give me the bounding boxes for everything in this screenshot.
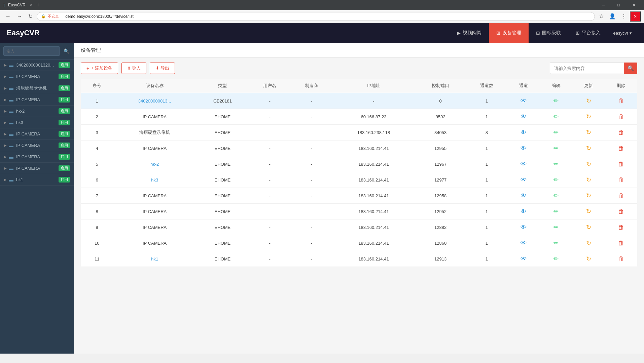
edit-button[interactable]: ✏ xyxy=(552,160,560,168)
sidebar-item-9[interactable]: ▶ ▬ IP CAMERA 启用 xyxy=(0,163,74,174)
channel-button[interactable]: 👁 xyxy=(519,144,528,153)
refresh-button[interactable]: ↻ xyxy=(585,207,593,216)
device-name-link[interactable]: hk1 xyxy=(151,256,158,261)
device-name-link[interactable]: hk-2 xyxy=(150,162,159,167)
row-user: - xyxy=(249,109,291,125)
row-channels: 1 xyxy=(466,156,508,172)
maximize-button[interactable]: □ xyxy=(611,0,626,10)
refresh-button[interactable]: ↻ xyxy=(585,144,593,153)
nav-platform-access[interactable]: ⊞ 平台接入 xyxy=(568,23,608,43)
back-button[interactable]: ← xyxy=(3,12,13,21)
sidebar-search-input[interactable] xyxy=(3,46,60,56)
edit-button[interactable]: ✏ xyxy=(552,175,560,184)
nav-gb-cascade[interactable]: ⊞ 国标级联 xyxy=(529,23,568,43)
edit-button[interactable]: ✏ xyxy=(552,223,560,232)
edit-button[interactable]: ✏ xyxy=(552,239,560,247)
delete-button[interactable]: 🗑 xyxy=(617,144,625,153)
row-delete-action: 🗑 xyxy=(605,93,638,109)
edit-button[interactable]: ✏ xyxy=(552,112,560,121)
sidebar-item-5[interactable]: ▶ ▬ hk3 启用 xyxy=(0,117,74,128)
channel-button[interactable]: 👁 xyxy=(519,207,528,216)
sidebar-item-10[interactable]: ▶ ▬ hk1 启用 xyxy=(0,174,74,186)
sidebar-search-button[interactable]: 🔍 xyxy=(62,46,71,56)
search-button[interactable]: 🔍 xyxy=(624,63,637,74)
sidebar-item-8[interactable]: ▶ ▬ IP CAMERA 启用 xyxy=(0,151,74,163)
bookmark-button[interactable]: ☆ xyxy=(597,11,606,22)
sidebar-item-2[interactable]: ▶ ▬ 海康硬盘录像机 启用 xyxy=(0,82,74,94)
row-delete-action: 🗑 xyxy=(605,156,638,172)
channel-button[interactable]: 👁 xyxy=(519,160,528,168)
refresh-button[interactable]: ↻ xyxy=(585,175,593,184)
row-manufacturer: - xyxy=(291,219,332,235)
delete-button[interactable]: 🗑 xyxy=(617,97,625,105)
channel-button[interactable]: 👁 xyxy=(519,192,528,200)
sidebar-item-0[interactable]: ▶ ▬ 34020000001320... 启用 xyxy=(0,59,74,71)
edit-button[interactable]: ✏ xyxy=(552,144,560,153)
channel-button[interactable]: 👁 xyxy=(519,239,528,247)
import-button[interactable]: ⬆ 导入 xyxy=(121,63,147,74)
row-channel-action: 👁 xyxy=(507,204,540,219)
device-name-link[interactable]: 340200000013... xyxy=(138,98,171,104)
nav-device-manage[interactable]: ⊞ 设备管理 xyxy=(489,23,529,43)
sidebar-device-name: 34020000001320... xyxy=(16,63,59,68)
channel-button[interactable]: 👁 xyxy=(519,128,528,137)
delete-button[interactable]: 🗑 xyxy=(617,128,625,137)
user-menu[interactable]: easycvr ▾ xyxy=(608,31,637,36)
device-table: 序号 设备名称 类型 用户名 制造商 IP地址 控制端口 通道数 通道 编辑 更… xyxy=(81,79,637,267)
row-port: 34053 xyxy=(415,125,466,140)
profile-button[interactable]: 👤 xyxy=(607,11,618,22)
refresh-button[interactable]: ↻ xyxy=(585,239,593,247)
add-device-button[interactable]: + + 添加设备 xyxy=(81,63,118,74)
sidebar-item-4[interactable]: ▶ ▬ hk-2 启用 xyxy=(0,106,74,117)
refresh-button[interactable]: ↻ xyxy=(585,112,593,121)
channel-button[interactable]: 👁 xyxy=(519,113,528,121)
tab-close-icon[interactable]: ✕ xyxy=(30,3,33,7)
refresh-button[interactable]: ↻ xyxy=(585,223,593,232)
delete-button[interactable]: 🗑 xyxy=(617,192,625,200)
channel-button[interactable]: 👁 xyxy=(519,97,528,105)
row-channel-action: 👁 xyxy=(507,235,540,251)
sidebar-item-6[interactable]: ▶ ▬ IP CAMERA 启用 xyxy=(0,128,74,140)
delete-button[interactable]: 🗑 xyxy=(617,176,625,184)
edit-button[interactable]: ✏ xyxy=(552,96,560,105)
delete-button[interactable]: 🗑 xyxy=(617,160,625,168)
sidebar-device-name: IP CAMERA xyxy=(16,154,59,159)
delete-button[interactable]: 🗑 xyxy=(617,239,625,247)
close-window-button[interactable]: ✕ xyxy=(630,11,641,22)
minimize-button[interactable]: ─ xyxy=(596,0,611,10)
refresh-button[interactable]: ↻ xyxy=(585,254,593,263)
forward-button[interactable]: → xyxy=(15,12,24,21)
address-bar[interactable]: 🔒 不安全 | demo.easycvr.com:18000/#/device/… xyxy=(37,12,595,21)
refresh-button[interactable]: ↻ xyxy=(585,191,593,200)
edit-button[interactable]: ✏ xyxy=(552,207,560,216)
row-refresh-action: ↻ xyxy=(572,140,605,156)
device-name-link[interactable]: hk3 xyxy=(151,177,158,183)
delete-button[interactable]: 🗑 xyxy=(617,113,625,121)
sidebar-item-7[interactable]: ▶ ▬ IP CAMERA 启用 xyxy=(0,140,74,151)
channel-button[interactable]: 👁 xyxy=(519,176,528,184)
nav-video-browse[interactable]: ▶ 视频阅阅 xyxy=(450,23,489,43)
sidebar-item-1[interactable]: ▶ ▬ IP CAMERA 启用 xyxy=(0,71,74,82)
new-tab-button[interactable]: + xyxy=(36,2,40,9)
search-input[interactable] xyxy=(550,63,624,74)
delete-button[interactable]: 🗑 xyxy=(617,255,625,263)
edit-button[interactable]: ✏ xyxy=(552,128,560,137)
sidebar-arrow-icon: ▶ xyxy=(4,98,7,102)
refresh-button[interactable]: ↻ xyxy=(585,96,593,105)
refresh-button[interactable]: ↻ xyxy=(585,160,593,168)
row-edit-action: ✏ xyxy=(540,93,572,109)
channel-button[interactable]: 👁 xyxy=(519,255,528,263)
menu-button[interactable]: ⋮ xyxy=(619,11,629,22)
export-button[interactable]: ⬇ 导出 xyxy=(150,63,175,74)
toolbar: + + 添加设备 ⬆ 导入 ⬇ 导出 🔍 xyxy=(74,58,644,79)
close-button[interactable]: ✕ xyxy=(626,0,641,10)
edit-button[interactable]: ✏ xyxy=(552,254,560,263)
delete-button[interactable]: 🗑 xyxy=(617,207,625,216)
edit-button[interactable]: ✏ xyxy=(552,191,560,200)
delete-button[interactable]: 🗑 xyxy=(617,223,625,232)
channel-button[interactable]: 👁 xyxy=(519,223,528,232)
refresh-button[interactable]: ↻ xyxy=(585,128,593,137)
refresh-button[interactable]: ↻ xyxy=(26,12,35,21)
sidebar-item-3[interactable]: ▶ ▬ IP CAMERA 启用 xyxy=(0,94,74,106)
row-type: EHOME xyxy=(196,235,249,251)
